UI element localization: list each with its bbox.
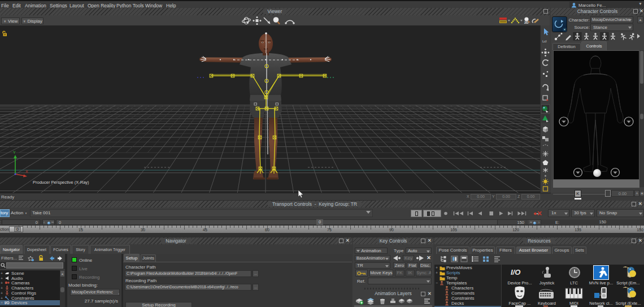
- svg-text:I/O: I/O: [5, 301, 10, 305]
- svg-text:Lcl: Lcl: [542, 40, 547, 43]
- svg-text:X: X: [25, 170, 28, 174]
- svg-text:Y: Y: [13, 150, 16, 154]
